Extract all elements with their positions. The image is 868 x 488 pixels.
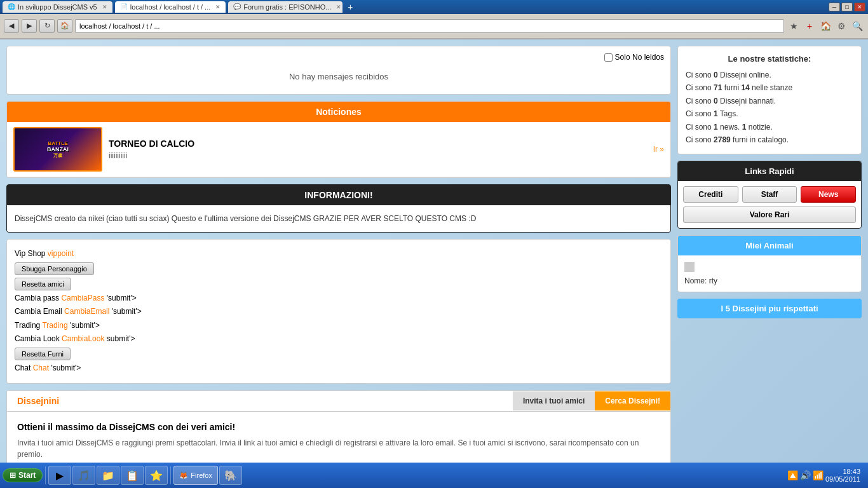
taskbar-item-3[interactable]: 📁	[97, 466, 119, 485]
noticia-desc: iiiiiiiiiii	[109, 151, 647, 160]
taskbar: ⊞ Start ▶ 🎵 📁 📋 ⭐ 🦊 Firefox 🐘 🔼 🔊 📶 18:4…	[0, 463, 868, 488]
solo-no-leidos-text: Solo No leidos	[615, 53, 664, 62]
chat-link[interactable]: Chat	[33, 363, 49, 372]
tray-volume-icon: 🔊	[800, 470, 811, 480]
vip-shop-label: Vip Shop	[15, 249, 46, 258]
tab-icon-2: 📄	[120, 3, 128, 10]
tab-1[interactable]: 🌐 In sviluppo DissejCMS v5 ✕	[3, 1, 112, 13]
sbugga-personaggio-button[interactable]: Sbugga Personaggio	[15, 262, 94, 275]
cambia-email-link[interactable]: CambiaEmail	[64, 307, 109, 316]
addon-icon-2[interactable]: 🏠	[818, 19, 832, 33]
search-icon[interactable]: 🔍	[850, 19, 864, 33]
resetta-amici-line: Resetta amici	[15, 276, 663, 292]
cambia-email-label: Cambia Email	[15, 307, 62, 316]
minimize-button[interactable]: ─	[829, 3, 840, 11]
sbugga-line: Sbugga Personaggio	[15, 261, 663, 276]
tab-3[interactable]: 💬 Forum gratis : EPISONHO... ✕	[228, 1, 342, 13]
taskbar-item-xampp[interactable]: 🐘	[219, 466, 242, 485]
dissejnini-section-body: Invita i tuoi amici DissejCMS e raggiung…	[17, 437, 660, 460]
maximize-button[interactable]: □	[841, 3, 853, 11]
tab-close-1[interactable]: ✕	[102, 4, 107, 10]
miei-animali-header: Miei Animali	[678, 236, 861, 255]
browser-toolbar: ◀ ▶ ↻ 🏠 ★ + 🏠 ⚙ 🔍	[0, 14, 868, 39]
clock-date: 09/05/2011	[825, 475, 860, 483]
links-grid: Crediti Staff News Valore Rari	[678, 181, 861, 228]
noticia-image: BATTLE BANZAI 万歳	[13, 127, 102, 172]
miei-animali-box: Miei Animali Nome: rty	[677, 235, 862, 292]
tab-icon-3: 💬	[233, 3, 241, 10]
active-window-firefox[interactable]: 🦊 Firefox	[173, 466, 218, 485]
close-button[interactable]: ✕	[854, 3, 865, 11]
taskbar-separator-2	[170, 466, 171, 484]
cambia-pass-label: Cambia pass	[15, 294, 59, 302]
submit-2: 'submit'>	[112, 307, 142, 316]
messages-box: Solo No leidos No hay mensajes recibidos	[6, 46, 671, 95]
addon-icon-1[interactable]: +	[803, 19, 817, 33]
taskbar-item-4[interactable]: 📋	[121, 466, 144, 485]
tray-wifi-icon: 📶	[813, 470, 824, 480]
tab-label-1: In sviluppo DissejCMS v5	[18, 3, 97, 11]
staff-button[interactable]: Staff	[742, 186, 797, 203]
vippoint-link[interactable]: vippoint	[48, 249, 74, 258]
animali-body: Nome: rty	[678, 255, 861, 292]
news-button[interactable]: News	[801, 186, 856, 203]
tab-label-3: Forum gratis : EPISONHO...	[243, 3, 331, 11]
noticia-link[interactable]: Ir »	[653, 145, 664, 154]
taskbar-separator-1	[45, 466, 46, 484]
tab-2[interactable]: 📄 localhost / localhost / t / ... ✕	[115, 1, 226, 13]
page-wrapper: Solo No leidos No hay mensajes recibidos…	[0, 39, 868, 488]
cambia-pass-link[interactable]: CambiaPass	[61, 294, 104, 302]
taskbar-item-2[interactable]: 🎵	[72, 466, 95, 485]
solo-no-leidos-checkbox[interactable]	[604, 53, 613, 62]
clock-time: 18:43	[825, 468, 860, 475]
stat-line-3: Ci sono 0 Dissejni bannati.	[686, 95, 853, 107]
dissejnini-section-title: Ottieni il massimo da DissejCMS con dei …	[17, 422, 660, 432]
info-body: DissejCMS creato da nikei (ciao tutti su…	[7, 205, 670, 232]
stat-line-1: Ci sono 0 Dissejni online.	[686, 69, 853, 81]
animal-image	[684, 262, 695, 272]
animal-name: Nome: rty	[684, 276, 855, 285]
resetta-amici-button[interactable]: Resetta amici	[15, 278, 71, 290]
bookmark-star-icon[interactable]: ★	[787, 19, 801, 33]
solo-no-leidos-label[interactable]: Solo No leidos	[604, 53, 664, 62]
resetta-furni-button[interactable]: Resetta Furni	[15, 348, 71, 360]
cambia-look-line: Cambia Look CambiaLook submit'>	[15, 332, 663, 346]
stats-box: Le nostre statistiche: Ci sono 0 Dissejn…	[677, 46, 862, 154]
toolbar-right: ★ + 🏠 ⚙ 🔍	[787, 19, 864, 33]
chat-label: Chat	[15, 363, 31, 372]
noticia-title: TORNEO DI CALCIO	[109, 139, 647, 149]
submit-1: 'submit'>	[107, 294, 137, 302]
reload-button[interactable]: ↻	[39, 19, 55, 33]
taskbar-clock: 18:43 09/05/2011	[825, 468, 865, 483]
start-button[interactable]: ⊞ Start	[3, 468, 43, 482]
back-button[interactable]: ◀	[4, 19, 19, 33]
right-sidebar: Le nostre statistiche: Ci sono 0 Dissejn…	[677, 46, 862, 488]
valore-rari-button[interactable]: Valore Rari	[683, 207, 856, 223]
new-tab-button[interactable]: +	[345, 2, 355, 12]
crediti-button[interactable]: Crediti	[683, 186, 738, 203]
stat-line-6: Ci sono 2789 furni in catalogo.	[686, 133, 853, 146]
cerca-dissejni-tab[interactable]: Cerca Dissejni!	[595, 391, 670, 410]
submit-4: submit'>	[107, 334, 135, 343]
resetta-furni-line: Resetta Furni	[15, 346, 663, 362]
dissejnini-title: Dissejnini	[7, 391, 513, 411]
stats-title: Le nostre statistiche:	[686, 54, 853, 64]
cambia-look-label: Cambia Look	[15, 334, 60, 343]
noticia-text: TORNEO DI CALCIO iiiiiiiiiii	[109, 139, 647, 160]
submit-5: 'submit'>	[51, 363, 81, 372]
active-window-label: Firefox	[191, 471, 212, 479]
trading-link[interactable]: Trading	[42, 321, 67, 330]
tab-close-3[interactable]: ✕	[336, 4, 341, 10]
taskbar-item-5[interactable]: ⭐	[145, 466, 168, 485]
tab-close-2[interactable]: ✕	[215, 4, 220, 10]
forward-button[interactable]: ▶	[22, 19, 37, 33]
address-bar[interactable]	[75, 19, 784, 33]
home-button[interactable]: 🏠	[57, 19, 72, 33]
invita-amici-tab[interactable]: Invita i tuoi amici	[513, 391, 595, 410]
stat-line-4: Ci sono 1 Tags.	[686, 107, 853, 120]
vip-shop-line: Vip Shop vippoint	[15, 247, 663, 261]
addon-icon-3[interactable]: ⚙	[834, 19, 848, 33]
cambia-look-link[interactable]: CambiaLook	[62, 334, 104, 343]
noticiones-header: Noticiones	[7, 102, 670, 122]
taskbar-media-player[interactable]: ▶	[48, 466, 71, 485]
